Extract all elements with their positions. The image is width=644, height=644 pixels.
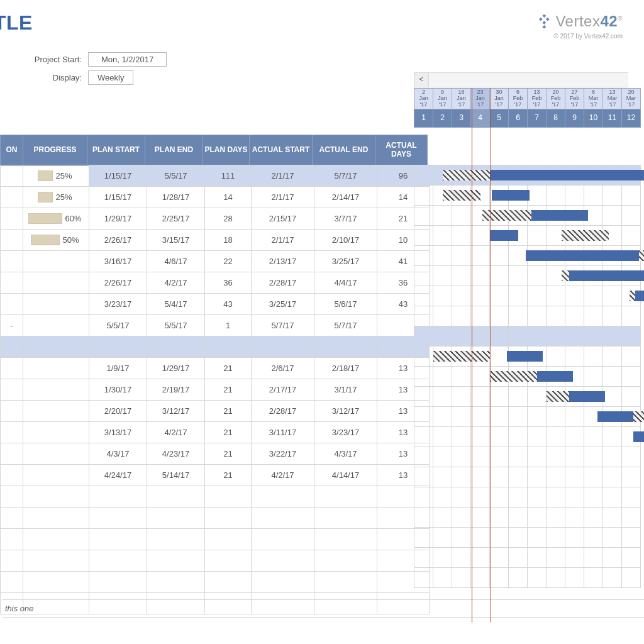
cell[interactable]: 18 (205, 230, 252, 251)
cell[interactable]: 3/12/17 (147, 401, 205, 422)
cell[interactable]: 3/22/17 (252, 443, 314, 465)
cell[interactable]: 2/25/17 (147, 208, 205, 230)
cell[interactable] (89, 572, 147, 593)
cell[interactable] (1, 465, 23, 486)
cell[interactable] (147, 508, 205, 529)
timeline-week-cell[interactable]: 6 (509, 109, 528, 127)
cell[interactable]: 5/5/17 (147, 315, 205, 336)
cell[interactable]: 3/25/17 (314, 251, 377, 272)
cell[interactable]: 4/3/17 (89, 443, 147, 465)
cell[interactable]: 4/3/17 (314, 443, 377, 465)
cell[interactable]: 2/28/17 (252, 272, 314, 294)
cell[interactable] (23, 272, 89, 294)
project-start-input[interactable]: Mon, 1/2/2017 (88, 52, 167, 67)
cell[interactable]: 111 (205, 165, 252, 187)
cell[interactable] (314, 529, 377, 550)
cell[interactable]: 14 (205, 187, 252, 208)
cell[interactable] (23, 251, 89, 272)
timeline-week-cell[interactable]: 1 (414, 109, 433, 127)
cell[interactable] (23, 358, 89, 379)
cell[interactable]: 1 (205, 315, 252, 336)
cell[interactable]: 5/7/17 (314, 165, 377, 187)
cell[interactable] (23, 401, 89, 422)
cell[interactable] (23, 443, 89, 465)
cell[interactable] (314, 486, 377, 508)
cell[interactable]: 2/18/17 (314, 358, 377, 379)
cell[interactable] (23, 379, 89, 401)
cell[interactable] (1, 358, 23, 379)
cell[interactable]: 4/2/17 (147, 272, 205, 294)
cell[interactable] (314, 572, 377, 593)
cell[interactable] (252, 336, 314, 358)
cell[interactable] (147, 336, 205, 358)
cell[interactable] (89, 550, 147, 572)
cell[interactable]: 3/13/17 (89, 422, 147, 443)
task-row[interactable]: 25%1/15/171/28/17142/1/172/14/1714 (1, 187, 430, 208)
timeline-week-cell[interactable]: 3 (452, 109, 471, 127)
task-row[interactable] (1, 550, 430, 572)
timeline-week-cell[interactable]: 5 (490, 109, 509, 127)
cell[interactable]: 21 (205, 422, 252, 443)
cell[interactable]: 2/26/17 (89, 272, 147, 294)
cell[interactable]: 4/2/17 (147, 422, 205, 443)
cell[interactable]: 22 (205, 251, 252, 272)
cell[interactable] (89, 336, 147, 358)
cell[interactable]: 21 (205, 379, 252, 401)
task-row[interactable]: 3/16/174/6/17222/13/173/25/1741 (1, 251, 430, 272)
cell[interactable]: 4/23/17 (147, 443, 205, 465)
cell[interactable] (23, 336, 89, 358)
cell[interactable]: 43 (205, 294, 252, 315)
cell[interactable]: 4/4/17 (314, 272, 377, 294)
cell[interactable] (89, 508, 147, 529)
cell[interactable]: 21 (205, 465, 252, 486)
cell[interactable] (1, 379, 23, 401)
timeline-week-cell[interactable]: 11 (603, 109, 622, 127)
cell[interactable] (1, 272, 23, 294)
task-row[interactable]: 50%2/26/173/15/17182/1/172/10/1710 (1, 230, 430, 251)
cell[interactable] (205, 529, 252, 550)
cell[interactable]: 5/7/17 (252, 315, 314, 336)
cell[interactable] (252, 529, 314, 550)
scroll-prev-button[interactable]: < (414, 73, 429, 87)
cell[interactable]: 50% (23, 230, 89, 251)
cell[interactable]: 1/15/17 (89, 187, 147, 208)
cell[interactable] (1, 443, 23, 465)
task-table[interactable]: 25%1/15/175/5/171112/1/175/7/179625%1/15… (0, 165, 430, 614)
cell[interactable]: 36 (205, 272, 252, 294)
task-row[interactable] (1, 572, 430, 593)
cell[interactable] (1, 336, 23, 358)
cell[interactable] (1, 529, 23, 550)
cell[interactable] (252, 572, 314, 593)
cell[interactable] (1, 294, 23, 315)
cell[interactable]: 2/1/17 (252, 230, 314, 251)
timeline-scrollbar[interactable]: < (414, 72, 628, 87)
cell[interactable] (205, 336, 252, 358)
cell[interactable] (147, 529, 205, 550)
cell[interactable]: 25% (23, 187, 89, 208)
cell[interactable]: 5/6/17 (314, 294, 377, 315)
cell[interactable]: 2/19/17 (147, 379, 205, 401)
cell[interactable]: 21 (205, 358, 252, 379)
timeline-week-cell[interactable]: 7 (528, 109, 547, 127)
cell[interactable]: 2/17/17 (252, 379, 314, 401)
cell[interactable]: 4/24/17 (89, 465, 147, 486)
task-row[interactable] (1, 529, 430, 550)
cell[interactable] (1, 486, 23, 508)
cell[interactable] (1, 208, 23, 230)
task-row[interactable] (1, 508, 430, 529)
cell[interactable]: 1/30/17 (89, 379, 147, 401)
task-row[interactable]: 25%1/15/175/5/171112/1/175/7/1796 (1, 165, 430, 187)
cell[interactable]: 3/16/17 (89, 251, 147, 272)
cell[interactable]: 1/29/17 (147, 358, 205, 379)
cell[interactable]: 3/23/17 (89, 294, 147, 315)
cell[interactable]: 2/26/17 (89, 230, 147, 251)
cell[interactable]: 1/28/17 (147, 187, 205, 208)
task-row[interactable]: 2/26/174/2/17362/28/174/4/1736 (1, 272, 430, 294)
cell[interactable] (205, 486, 252, 508)
cell[interactable] (205, 550, 252, 572)
task-row[interactable]: 1/9/171/29/17212/6/172/18/1713 (1, 358, 430, 379)
cell[interactable] (1, 401, 23, 422)
cell[interactable] (252, 508, 314, 529)
cell[interactable]: 3/15/17 (147, 230, 205, 251)
cell[interactable]: 3/11/17 (252, 422, 314, 443)
